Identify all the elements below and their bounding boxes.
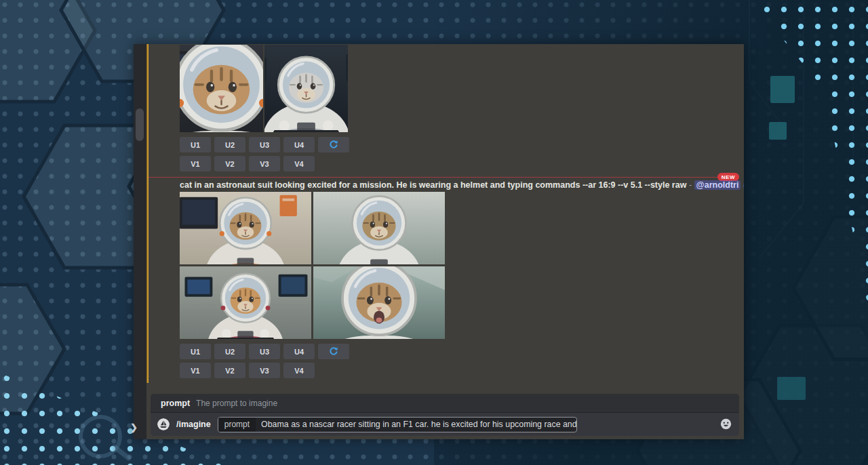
prompt-input-value[interactable]: Obama as a nascar racer sitting in an F1… [256, 420, 577, 429]
variation-button-row: V1V2V3V4 [180, 363, 315, 378]
rerun-button[interactable] [318, 137, 349, 153]
teal-square [777, 377, 806, 400]
prompt-option-chip: prompt [218, 418, 256, 432]
variation-button-row: V1V2V3V4 [180, 156, 315, 171]
repeat-icon [329, 346, 338, 357]
teal-square [769, 122, 787, 140]
separator: - [689, 180, 692, 190]
emoji-picker-icon[interactable] [720, 418, 732, 430]
variation-button-v3[interactable]: V3 [249, 363, 280, 378]
new-messages-divider [149, 177, 739, 178]
upscale-button-u4[interactable]: U4 [283, 137, 315, 153]
prompt-input[interactable]: prompt Obama as a nascar racer sitting i… [218, 417, 577, 432]
astro-cat-upscale-right[interactable] [264, 45, 348, 132]
teal-square [770, 76, 795, 103]
discord-chat-window: U1U2U3U4 V1V2V3V4 NEW cat in an astronau… [134, 44, 744, 439]
variation-button-v4[interactable]: V4 [283, 363, 315, 378]
upscale-button-u2[interactable]: U2 [214, 344, 245, 359]
prompt-text: cat in an astronaut suit looking excited… [180, 180, 686, 190]
option-description: The prompt to imagine [196, 399, 277, 408]
upscale-button-u3[interactable]: U3 [249, 344, 280, 359]
magnifier-watermark [79, 415, 122, 458]
upscale-button-u1[interactable]: U1 [180, 344, 211, 359]
chevron-right-icon[interactable]: ❯ [130, 422, 138, 432]
astro-cat-v2[interactable] [313, 192, 445, 264]
scrollbar-thumb[interactable] [136, 108, 144, 141]
scrollbar-track[interactable] [134, 44, 146, 439]
rerun-button[interactable] [318, 344, 349, 359]
upscale-button-u2[interactable]: U2 [214, 137, 245, 153]
variation-button-v4[interactable]: V4 [283, 156, 315, 171]
imagine-command-label: /imagine [176, 420, 211, 429]
astro-cat-v4[interactable] [313, 266, 445, 339]
upscale-button-row: U1U2U3U4 [180, 344, 349, 359]
option-name: prompt [161, 399, 190, 408]
command-option-hint: prompt The prompt to imagine [151, 394, 739, 413]
midjourney-bot-avatar [157, 418, 170, 430]
astro-cat-v3[interactable] [180, 266, 311, 339]
generation-mode: (fast) [743, 180, 744, 190]
repeat-icon [329, 140, 338, 150]
upscale-button-u3[interactable]: U3 [249, 137, 280, 153]
upscale-button-u4[interactable]: U4 [283, 344, 315, 359]
variation-button-v2[interactable]: V2 [214, 156, 245, 171]
generated-image-grid[interactable] [180, 192, 445, 339]
message-input-bar[interactable]: /imagine prompt Obama as a nascar racer … [151, 413, 739, 436]
highlight-accent-bar [146, 44, 149, 383]
variation-button-v1[interactable]: V1 [180, 363, 211, 378]
astro-cat-upscale-left[interactable] [180, 45, 263, 132]
variation-button-v3[interactable]: V3 [249, 156, 280, 171]
message-prompt-text: cat in an astronaut suit looking excited… [180, 180, 739, 190]
astro-cat-v1[interactable] [180, 192, 311, 264]
upscale-button-u1[interactable]: U1 [180, 137, 211, 153]
variation-button-v1[interactable]: V1 [180, 156, 211, 171]
user-mention[interactable]: @arnoldtri [694, 180, 741, 190]
variation-button-v2[interactable]: V2 [214, 363, 245, 378]
upscale-button-row: U1U2U3U4 [180, 137, 349, 153]
slash-command-box: prompt The prompt to imagine /imagine pr… [151, 394, 739, 436]
generated-image-grid-previous[interactable] [180, 45, 348, 132]
